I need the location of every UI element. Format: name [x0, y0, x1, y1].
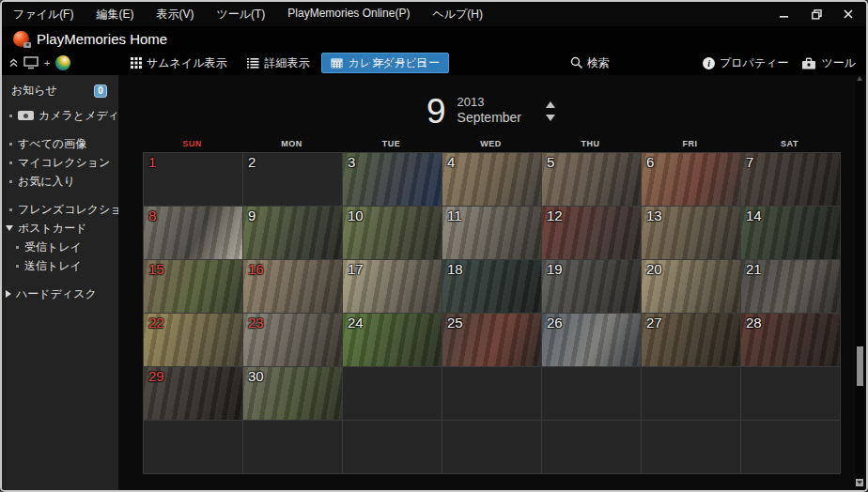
close-button[interactable]	[840, 7, 857, 22]
empty-cell[interactable]	[542, 367, 641, 420]
date-number: 1	[148, 154, 156, 170]
properties-button[interactable]: i プロパティー	[703, 55, 788, 71]
empty-cell[interactable]	[343, 421, 442, 473]
period-button-month[interactable]: 月	[395, 55, 406, 71]
menu-item[interactable]: ヘルプ(H)	[432, 7, 483, 23]
playmemories-logo-icon	[13, 31, 29, 47]
menu-item[interactable]: 表示(V)	[156, 7, 194, 23]
menu-item[interactable]: 編集(E)	[96, 7, 133, 23]
day-cell-24[interactable]: 24	[343, 314, 442, 366]
day-cell-28[interactable]: 28	[741, 314, 840, 366]
day-cell-23[interactable]: 23	[243, 314, 342, 366]
day-cell-4[interactable]: 4	[442, 153, 541, 206]
day-cell-20[interactable]: 20	[642, 260, 740, 313]
calendar-icon	[331, 57, 343, 69]
sidebar-item-label: マイコレクション	[18, 155, 110, 171]
empty-cell[interactable]	[343, 367, 442, 420]
sidebar-item-all-images[interactable]: すべての画像	[2, 134, 118, 153]
day-cell-19[interactable]: 19	[542, 260, 641, 313]
date-number: 20	[646, 261, 662, 277]
period-button-year[interactable]: 年	[373, 55, 384, 71]
day-cell-8[interactable]: 8	[144, 207, 242, 259]
minimize-button[interactable]	[776, 7, 793, 22]
day-cell-2[interactable]: 2	[243, 153, 342, 206]
day-cell-3[interactable]: 3	[343, 153, 442, 206]
day-cell-16[interactable]: 16	[243, 260, 342, 313]
day-cell-18[interactable]: 18	[442, 260, 541, 313]
menu-item[interactable]: ファイル(F)	[13, 7, 73, 23]
day-cell-9[interactable]: 9	[243, 207, 342, 259]
date-number: 18	[447, 261, 463, 277]
notice-row[interactable]: お知らせ 0	[2, 75, 118, 102]
menu-item[interactable]: PlayMemories Online(P)	[287, 7, 410, 23]
previous-month-arrow-icon[interactable]	[546, 101, 555, 108]
day-cell-27[interactable]: 27	[642, 314, 740, 366]
day-cell-30[interactable]: 30	[243, 367, 342, 420]
day-cell-10[interactable]: 10	[343, 207, 442, 259]
date-number: 10	[348, 208, 364, 223]
sidebar-item-friends-collection[interactable]: フレンズコレクション	[2, 200, 118, 219]
search-button[interactable]: 検索	[570, 51, 610, 75]
tools-button[interactable]: ツール	[801, 55, 856, 71]
date-number: 5	[547, 154, 554, 170]
menu-item[interactable]: ツール(T)	[216, 7, 265, 23]
sidebar-item-my-collection[interactable]: マイコレクション	[2, 153, 118, 172]
view-button-thumbnail[interactable]: サムネイル表示	[122, 53, 235, 73]
sidebar-item-postcard[interactable]: ポストカード	[2, 219, 118, 238]
sidebar-item-outbox[interactable]: 送信トレイ	[2, 256, 118, 275]
date-number: 14	[746, 208, 762, 223]
date-number: 7	[746, 154, 753, 170]
weekday-label: WED	[442, 139, 540, 148]
day-cell-25[interactable]: 25	[442, 314, 541, 366]
empty-cell[interactable]	[642, 367, 740, 420]
empty-cell[interactable]	[144, 421, 242, 473]
date-number: 22	[148, 315, 164, 331]
view-button-details[interactable]: 詳細表示	[239, 53, 318, 73]
restore-button[interactable]	[808, 7, 825, 22]
day-cell-29[interactable]: 29	[144, 367, 242, 420]
empty-cell[interactable]	[442, 421, 541, 473]
empty-cell[interactable]	[741, 367, 840, 420]
scroll-down-arrow-icon[interactable]	[856, 479, 863, 486]
sidebar: お知らせ 0 カメラとメディアすべての画像マイコレクションお気に入りフレンズコレ…	[2, 75, 118, 490]
empty-cell[interactable]	[542, 421, 641, 473]
separator	[390, 57, 391, 69]
sidebar-item-label: フレンズコレクション	[18, 202, 133, 218]
weekday-label: SAT	[740, 139, 839, 148]
day-cell-26[interactable]: 26	[542, 314, 641, 366]
empty-cell[interactable]	[442, 367, 541, 420]
sidebar-item-hard-disk[interactable]: ハードディスク	[2, 284, 118, 303]
empty-cell[interactable]	[642, 421, 740, 473]
date-number: 27	[646, 315, 662, 331]
vertical-scrollbar[interactable]	[856, 76, 864, 486]
monitor-icon[interactable]	[23, 56, 39, 69]
empty-cell[interactable]	[243, 421, 342, 473]
collapse-panel-icon[interactable]	[9, 58, 18, 68]
sidebar-item-favorites[interactable]: お気に入り	[2, 172, 118, 191]
day-cell-14[interactable]: 14	[741, 207, 840, 259]
day-cell-13[interactable]: 13	[642, 207, 740, 259]
day-cell-7[interactable]: 7	[741, 153, 840, 206]
scroll-up-arrow-icon[interactable]	[857, 76, 862, 81]
day-cell-1[interactable]: 1	[144, 153, 242, 206]
day-cell-11[interactable]: 11	[442, 207, 541, 259]
disc-sphere-icon[interactable]	[55, 55, 70, 70]
day-cell-21[interactable]: 21	[741, 260, 840, 313]
day-cell-22[interactable]: 22	[144, 314, 242, 366]
scrollbar-thumb[interactable]	[857, 346, 863, 386]
day-cell-15[interactable]: 15	[144, 260, 242, 313]
sidebar-item-inbox[interactable]: 受信トレイ	[2, 238, 118, 256]
period-button-day[interactable]: 日	[416, 55, 427, 71]
empty-cell[interactable]	[741, 421, 840, 473]
date-number: 29	[148, 368, 164, 384]
sidebar-item-camera-media[interactable]: カメラとメディア	[2, 106, 118, 125]
month-spinner	[546, 101, 555, 121]
next-month-arrow-icon[interactable]	[546, 115, 555, 121]
search-icon	[570, 56, 583, 69]
day-cell-12[interactable]: 12	[542, 207, 641, 259]
day-cell-6[interactable]: 6	[642, 153, 740, 206]
day-cell-17[interactable]: 17	[343, 260, 442, 313]
day-cell-5[interactable]: 5	[542, 153, 641, 206]
date-number: 26	[547, 315, 563, 331]
date-number: 2	[248, 154, 256, 170]
